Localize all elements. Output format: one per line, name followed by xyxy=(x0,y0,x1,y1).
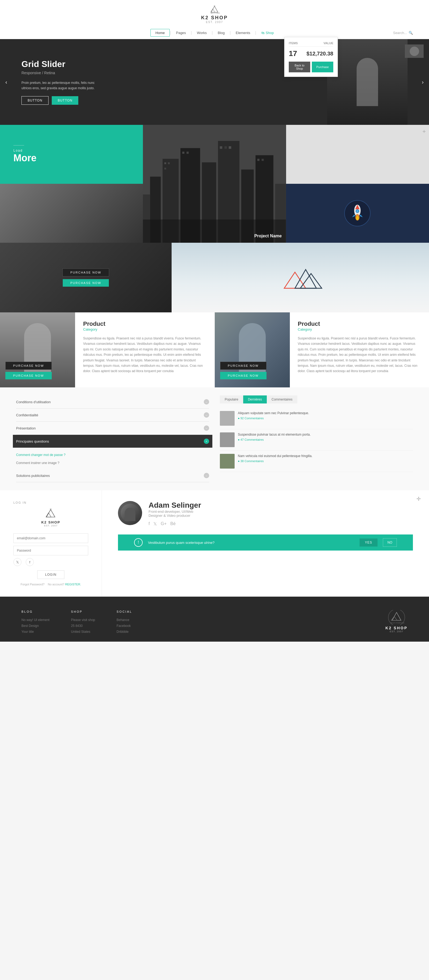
password-field[interactable] xyxy=(13,546,88,555)
plus-icon: + xyxy=(422,128,426,135)
footer-blog-title: BLOG xyxy=(21,610,49,613)
hero-button-2[interactable]: BUTTON xyxy=(52,96,78,105)
faq-tabs-section: Conditions d'utilisation – Confidentiali… xyxy=(0,387,429,490)
tab-post-info-2: Suspendisse pulvinar lacus at mi element… xyxy=(238,433,311,441)
blog-tabs-column: Populaire Dernières Commentaires Aliquam… xyxy=(220,395,413,482)
purchase-dark-section: PURCHASE NOW PURCHASE NOW xyxy=(0,243,429,312)
notification-no-button[interactable]: NO xyxy=(383,538,397,547)
footer-blog-link-1[interactable]: No way! UI element xyxy=(21,618,49,622)
nav-works[interactable]: Works xyxy=(192,29,212,37)
product-purchase-dark-2[interactable]: PURCHASE NOW xyxy=(220,362,266,370)
hero-button-1[interactable]: BUTTON xyxy=(21,96,48,105)
facebook-icon[interactable]: f xyxy=(26,558,34,566)
post-comments-2: ● 47 Commentaires xyxy=(238,438,311,441)
portfolio-rocket xyxy=(286,184,429,243)
cart-buttons: Back to Shop Purchase xyxy=(289,62,333,72)
notification-text: Vestibulum purus quam scelerisque ulrine… xyxy=(148,541,354,545)
login-button[interactable]: LOGIN xyxy=(37,570,64,579)
product-purchase-teal-1[interactable]: PURCHASE NOW xyxy=(5,372,52,379)
purchase-dark-button-1[interactable]: PURCHASE NOW xyxy=(62,269,109,277)
product-desc-2: Suspendisse eu ligula. Praesent nec nisl… xyxy=(298,336,421,374)
purchase-button[interactable]: Purchase xyxy=(312,62,333,72)
nav-divider-2 xyxy=(191,31,191,35)
product-purchase-teal-2[interactable]: PURCHASE NOW xyxy=(220,372,266,379)
svg-rect-22 xyxy=(257,159,260,161)
product-purchase-dark-1[interactable]: PURCHASE NOW xyxy=(5,362,52,370)
hero-description: Proin pretium, leo ac pellentesque molli… xyxy=(21,80,102,91)
cart-header: ITEMS VALUE xyxy=(289,41,333,47)
svg-rect-17 xyxy=(182,152,185,154)
rocket-svg xyxy=(344,200,371,227)
purchase-teal-button-1[interactable]: PURCHASE NOW xyxy=(63,279,108,287)
site-est: EST. 2007 xyxy=(206,21,223,24)
profile-add-icon[interactable]: ✛ xyxy=(416,496,421,502)
accordion-toggle-4: + xyxy=(204,439,209,444)
profile-facebook-icon[interactable]: f xyxy=(148,521,150,527)
logo-icon: MULTI PURPOSE xyxy=(209,5,220,14)
accordion-item-4-active[interactable]: Principales questions + xyxy=(13,435,212,448)
cart-dropdown: ITEMS VALUE 17 $12,720.38 Back to Shop P… xyxy=(284,37,338,77)
footer-social-link-1[interactable]: Behance xyxy=(116,618,132,622)
login-box: LOG IN K2 SHOP EST. 2007 𝕏 f LOGIN Forgo… xyxy=(0,490,102,597)
slider-arrow-left[interactable]: ‹ xyxy=(5,79,7,85)
footer-social-col: SOCIAL Behance Facebook Dribbble xyxy=(116,610,132,633)
header: MULTI PURPOSE K2 SHOP EST. 2007 Home Pag… xyxy=(0,0,429,39)
nav-blog[interactable]: Blog xyxy=(213,29,230,37)
portfolio-plus[interactable]: + xyxy=(286,125,429,184)
profile-twitter-icon[interactable]: 𝕏 xyxy=(153,521,157,527)
profile-socials: f 𝕏 G+ Bé xyxy=(148,521,201,527)
accordion-item-7[interactable]: Solutions publicitaires – xyxy=(16,469,209,482)
accordion-item-1[interactable]: Conditions d'utilisation – xyxy=(16,395,209,409)
login-logo-est: EST. 2007 xyxy=(41,524,60,527)
profile-google-icon[interactable]: G+ xyxy=(161,521,166,527)
product-category-2: Category xyxy=(298,328,421,331)
nav-search: Search... 🔍 xyxy=(393,31,413,35)
tab-post-img-1 xyxy=(220,411,234,426)
svg-marker-36 xyxy=(300,274,322,288)
nav-home[interactable]: Home xyxy=(150,29,170,37)
tab-posts: Aliquam vulputate sem nec Pulvinar pelle… xyxy=(220,408,413,472)
search-placeholder: Search... xyxy=(393,31,407,35)
post-title-2: Suspendisse pulvinar lacus at mi element… xyxy=(238,433,311,437)
nav-shop[interactable]: 🛍 Shop xyxy=(256,29,279,37)
footer-shop-line-1: Please visit shop xyxy=(71,618,95,622)
hero-title: Grid Slider xyxy=(21,59,102,69)
tab-dernieres[interactable]: Dernières xyxy=(243,395,267,404)
slider-arrow-right[interactable]: › xyxy=(422,79,424,85)
tab-populaire[interactable]: Populaire xyxy=(220,395,243,404)
accordion-expanded-item-2[interactable]: Comment insérer une image ? xyxy=(16,460,209,466)
product-desc-1: Suspendisse eu ligula. Praesent nec nisl… xyxy=(83,336,206,374)
footer-blog-link-3[interactable]: Your title xyxy=(21,630,49,633)
product-image-wrap-2: PURCHASE NOW PURCHASE NOW xyxy=(215,312,290,387)
accordion-expanded-item-1[interactable]: Comment changer mot de passe ? xyxy=(16,450,209,460)
nav-elements[interactable]: Elements xyxy=(231,29,255,37)
nav-divider-4 xyxy=(230,31,230,35)
accordion-item-3[interactable]: Présentation – xyxy=(16,422,209,435)
dark-image-section: PURCHASE NOW PURCHASE NOW xyxy=(0,243,172,312)
accordion-item-2[interactable]: Confidentialité – xyxy=(16,409,209,422)
profile-behance-icon[interactable]: Bé xyxy=(170,521,175,527)
accordion-toggle-2: – xyxy=(204,412,209,418)
portfolio-load-more[interactable]: Load More xyxy=(0,125,143,184)
footer-social-link-3[interactable]: Dribbble xyxy=(116,630,132,633)
search-icon[interactable]: 🔍 xyxy=(408,31,413,35)
tab-commentaires[interactable]: Commentaires xyxy=(267,395,297,404)
post-comments-3: ● 38 Commentaires xyxy=(238,460,313,463)
register-link[interactable]: REGISTER. xyxy=(65,583,81,586)
nav-pages[interactable]: Pages xyxy=(171,29,191,37)
notification-yes-button[interactable]: YES xyxy=(360,538,378,547)
svg-rect-21 xyxy=(229,146,231,149)
load-more-load-text: Load xyxy=(13,149,23,153)
footer-blog-link-2[interactable]: Best Design xyxy=(21,624,49,628)
login-profile-section: LOG IN K2 SHOP EST. 2007 𝕏 f LOGIN Forgo… xyxy=(0,490,429,597)
email-field[interactable] xyxy=(13,533,88,543)
footer-shop-col: SHOP Please visit shop 25 8430 United St… xyxy=(71,610,95,633)
twitter-icon[interactable]: 𝕏 xyxy=(13,558,21,566)
svg-rect-24 xyxy=(143,220,286,243)
back-to-shop-button[interactable]: Back to Shop xyxy=(289,62,310,72)
svg-rect-19 xyxy=(220,146,222,149)
city-svg xyxy=(143,125,286,243)
footer-social-link-2[interactable]: Facebook xyxy=(116,624,132,628)
tab-post-img-3 xyxy=(220,454,234,469)
product-title-2: Product xyxy=(298,320,421,328)
